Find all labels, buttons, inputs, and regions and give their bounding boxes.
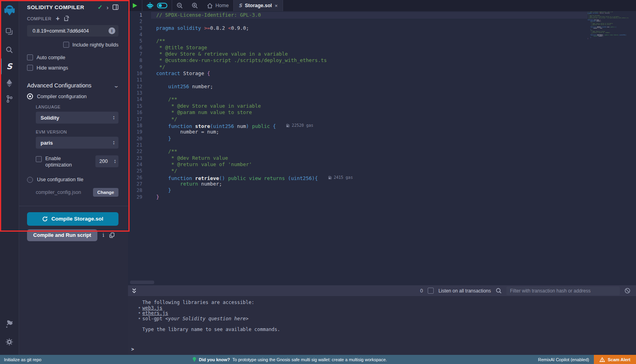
config-file-name[interactable]: compiler_config.json (36, 190, 93, 195)
library-link[interactable]: web3.js (142, 305, 163, 311)
enable-optimization-checkbox[interactable] (36, 156, 42, 162)
collapse-terminal-icon[interactable] (132, 288, 137, 294)
code-line[interactable]: * @param num value to store (150, 109, 588, 116)
code-line[interactable]: * @dev Store & retrieve value in a varia… (150, 51, 588, 57)
code-line[interactable]: * @return value of 'number' (150, 161, 588, 168)
code-line[interactable]: } (150, 136, 588, 142)
code-line[interactable]: /** (150, 38, 588, 44)
gas-estimate-badge[interactable]: 22520 gas (286, 122, 313, 129)
compiler-version-select[interactable]: 0.8.19+commit.7dd6d404 ▲▼ (27, 25, 118, 37)
code-line[interactable] (150, 90, 588, 96)
terminal-output[interactable]: The following libraries are accessible:•… (128, 296, 636, 355)
transaction-filter-input[interactable] (506, 287, 620, 295)
run-script-play-button[interactable] (128, 0, 142, 11)
line-number: 5 (128, 38, 142, 44)
copilot-toggle[interactable] (157, 3, 167, 8)
solidity-compiler-icon[interactable]: S (0, 60, 19, 73)
code-line[interactable]: */ (150, 64, 588, 70)
tab-storage-sol[interactable]: S Storage.sol × (234, 0, 282, 11)
code-line[interactable]: function store(uint256 num) public {2252… (150, 122, 588, 129)
advanced-configurations-label: Advanced Configurations (27, 82, 114, 89)
zoom-in-button[interactable] (187, 0, 202, 11)
git-icon[interactable] (0, 92, 19, 106)
hide-warnings-checkbox[interactable] (27, 65, 33, 71)
terminal-text: Type the library name to see available c… (142, 327, 280, 332)
auto-compile-checkbox[interactable] (27, 54, 33, 60)
line-number: 17 (128, 116, 142, 122)
copy-icon[interactable] (109, 232, 114, 238)
use-configuration-file-radio[interactable]: Use configuration file (27, 177, 118, 183)
code-line[interactable]: contract Storage { (150, 70, 588, 77)
terminal-line: •sol-gpt <your Solidity question here> (142, 316, 636, 322)
code-line[interactable]: } (150, 187, 588, 194)
code-line[interactable]: * @custom:dev-run-script ./scripts/deplo… (150, 57, 588, 64)
code-content[interactable]: // SPDX-License-Identifier: GPL-3.0pragm… (150, 12, 588, 200)
info-icon[interactable]: i (103, 232, 104, 238)
refresh-icon (42, 216, 48, 222)
editor-minimap[interactable]: // SPDX-License-Identifier: GPL-3.0pragm… (588, 12, 631, 39)
code-line[interactable]: * @title Storage (150, 45, 588, 51)
advanced-configurations-toggle[interactable]: Advanced Configurations ⌄ (27, 82, 118, 89)
library-link[interactable]: ethers.js (142, 310, 168, 316)
select-arrows-icon: ▴▾ (113, 115, 114, 120)
add-compiler-icon[interactable]: + (56, 17, 59, 21)
file-explorer-icon[interactable] (0, 25, 19, 38)
evm-version-select[interactable]: paris ▴▾ (36, 137, 118, 149)
horizontal-scrollbar[interactable] (130, 281, 154, 284)
evm-version-label: EVM VERSION (36, 130, 118, 134)
code-line[interactable]: function retrieve() public view returns … (150, 174, 588, 181)
code-line[interactable]: } (150, 194, 588, 200)
gas-estimate-badge[interactable]: 2415 gas (328, 174, 353, 181)
code-line[interactable]: uint256 number; (150, 83, 588, 90)
terminal-prompt[interactable]: > (131, 347, 134, 352)
code-line[interactable]: * @dev Store value in variable (150, 103, 588, 109)
line-number: 14 (128, 96, 142, 103)
pin-panel-icon[interactable] (112, 4, 118, 10)
copilot-status[interactable]: RemixAI Copilot (enabled) (538, 357, 594, 362)
chevron-right-icon[interactable]: › (107, 4, 109, 11)
line-number: 25 (128, 168, 142, 174)
zoom-out-button[interactable] (172, 0, 187, 11)
change-config-button[interactable]: Change (93, 188, 118, 197)
listen-transactions-checkbox[interactable] (428, 288, 434, 294)
code-line[interactable] (150, 31, 588, 38)
warning-icon (599, 357, 605, 362)
open-file-icon[interactable] (64, 15, 69, 21)
settings-gear-icon[interactable] (0, 335, 19, 349)
code-line[interactable]: /** (150, 96, 588, 103)
code-line[interactable]: /** (150, 148, 588, 155)
code-line[interactable]: * @dev Return value (150, 155, 588, 161)
scam-alert-button[interactable]: Scam Alert (594, 355, 636, 364)
deploy-run-icon[interactable] (0, 76, 19, 90)
code-line[interactable]: pragma solidity >=0.8.2 <0.9.0; (150, 25, 588, 31)
active-plugin-indicator (0, 58, 2, 75)
code-line[interactable]: */ (150, 168, 588, 174)
code-line[interactable] (150, 142, 588, 148)
ai-robot-icon[interactable] (147, 2, 153, 9)
remix-logo-icon[interactable] (0, 2, 19, 18)
code-line[interactable] (150, 18, 588, 25)
language-select[interactable]: Solidity ▴▾ (36, 112, 118, 124)
lightbulb-icon (192, 357, 196, 362)
optimization-runs-input[interactable]: 200 ▴▾ (95, 155, 118, 167)
git-init-status[interactable]: Initialize as git repo (0, 357, 41, 362)
compile-and-run-button[interactable]: Compile and Run script (27, 229, 97, 241)
statusbar: Initialize as git repo Did you know? To … (0, 355, 636, 364)
code-line[interactable]: // SPDX-License-Identifier: GPL-3.0 (150, 12, 588, 18)
compiler-configuration-radio[interactable]: Compiler configuration (27, 93, 118, 99)
close-tab-icon[interactable]: × (275, 3, 278, 9)
clear-filter-icon[interactable] (624, 288, 630, 294)
line-number: 27 (128, 181, 142, 187)
code-line[interactable]: number = num; (150, 129, 588, 135)
plugin-manager-icon[interactable] (0, 318, 19, 331)
compile-button[interactable]: Compile Storage.sol (27, 212, 118, 226)
search-icon[interactable] (0, 43, 19, 56)
code-line[interactable]: return number; (150, 181, 588, 187)
auto-compile-label: Auto compile (37, 55, 65, 60)
code-line[interactable] (150, 77, 588, 83)
code-editor[interactable]: 1234567891011121314151617181920212223242… (128, 11, 636, 285)
code-line[interactable]: */ (150, 116, 588, 122)
terminal-search-icon[interactable] (496, 288, 502, 294)
tab-home[interactable]: Home (202, 0, 233, 11)
nightly-builds-checkbox[interactable] (63, 42, 69, 48)
